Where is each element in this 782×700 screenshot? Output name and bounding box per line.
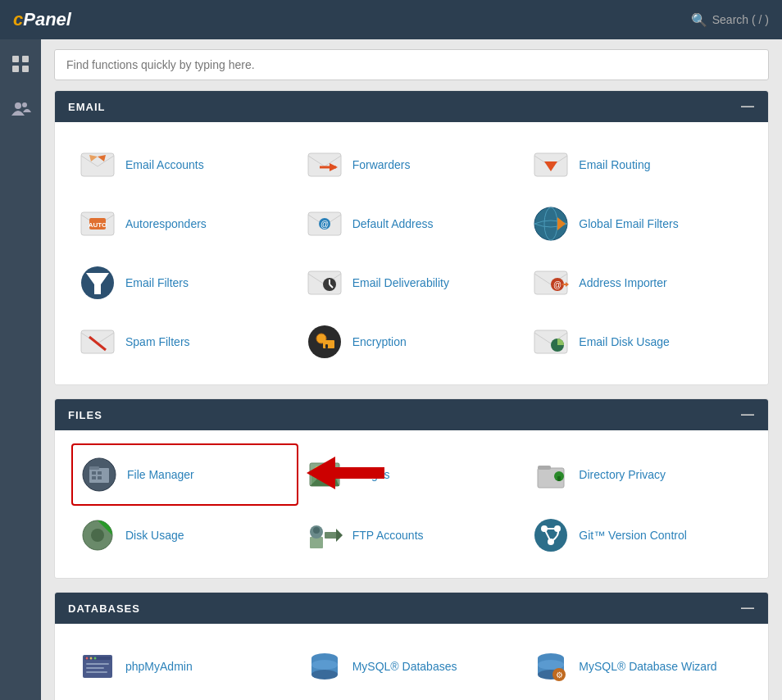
autoresponders-label: Autoresponders [125,217,207,230]
grid-item-email-routing[interactable]: Email Routing [525,135,752,194]
section-email-body: Email Accounts Forwarders [55,122,768,384]
svg-rect-73 [84,657,111,660]
mysql-wizard-label: MySQL® Database Wizard [579,660,716,673]
grid-item-email-disk-usage[interactable]: Email Disk Usage [525,312,752,371]
email-filters-icon [78,263,117,302]
grid-item-mysql-wizard[interactable]: ⚙ MySQL® Database Wizard [525,637,752,696]
svg-text:@: @ [553,280,561,289]
svg-point-83 [311,660,338,670]
svg-rect-45 [89,468,109,483]
svg-point-62 [91,529,104,542]
grid-item-git-version-control[interactable]: Git™ Version Control [525,506,752,565]
grid-item-file-manager[interactable]: File Manager [71,443,298,506]
svg-point-65 [313,527,320,534]
grid-item-encryption[interactable]: Encryption [298,312,525,371]
grid-item-email-deliverability[interactable]: Email Deliverability [298,253,525,312]
directory-privacy-label: Directory Privacy [579,468,666,481]
svg-rect-6 [81,153,114,176]
default-address-icon: @ [305,204,344,243]
encryption-label: Encryption [352,335,407,348]
collapse-files-icon[interactable]: — [741,407,755,422]
grid-item-images[interactable]: Images [298,443,525,506]
grid-item-address-importer[interactable]: @ Address Importer [525,253,752,312]
svg-rect-50 [98,476,102,480]
sidebar [0,39,41,700]
search-label: Search ( / ) [712,13,769,26]
grid-item-default-address[interactable]: @ Default Address [298,194,525,253]
mysql-databases-icon [305,647,344,686]
svg-point-68 [534,519,567,552]
svg-point-5 [22,102,27,107]
section-email-header: EMAIL — [55,91,768,122]
svg-text:@: @ [321,220,329,229]
section-databases-title: DATABASES [68,602,140,615]
app-body: EMAIL — Email Accounts [0,39,782,700]
grid-item-directory-privacy[interactable]: Directory Privacy [525,443,752,506]
svg-rect-79 [86,671,107,673]
grid-item-ftp-accounts[interactable]: FTP Accounts [298,506,525,565]
email-routing-label: Email Routing [579,158,650,171]
svg-point-75 [90,657,93,660]
svg-text:AUTO: AUTO [89,221,107,229]
grid-item-phpmyadmin[interactable]: phpMyAdmin [71,637,298,696]
file-manager-label: File Manager [127,468,194,481]
email-disk-usage-label: Email Disk Usage [579,335,669,348]
ftp-accounts-label: FTP Accounts [352,529,424,542]
collapse-email-icon[interactable]: — [741,99,755,114]
collapse-databases-icon[interactable]: — [741,601,755,616]
svg-rect-77 [86,663,109,665]
directory-privacy-icon [531,455,571,494]
svg-rect-57 [538,466,551,470]
phpmyadmin-icon [78,647,117,686]
section-databases: DATABASES — [54,592,769,700]
grid-item-autoresponders[interactable]: AUTO Autoresponders [71,194,298,253]
address-importer-icon: @ [531,263,571,302]
header-search[interactable]: 🔍 Search ( / ) [691,12,769,28]
grid-item-global-email-filters[interactable]: Global Email Filters [525,194,752,253]
section-email: EMAIL — Email Accounts [54,90,769,385]
grid-item-disk-usage[interactable]: Disk Usage [71,506,298,565]
spam-filters-icon [78,322,117,361]
address-importer-label: Address Importer [579,276,666,289]
svg-point-54 [315,466,321,473]
email-deliverability-icon [305,263,344,302]
svg-rect-78 [86,667,104,669]
sidebar-users-icon[interactable] [6,93,35,123]
phpmyadmin-label: phpMyAdmin [125,660,193,673]
svg-rect-1 [22,56,29,62]
svg-rect-0 [12,56,19,62]
grid-item-email-accounts[interactable]: Email Accounts [71,135,298,194]
svg-rect-3 [22,66,29,72]
svg-text:⚙: ⚙ [556,670,563,680]
main-content: EMAIL — Email Accounts [41,39,782,700]
git-version-control-label: Git™ Version Control [579,529,687,542]
svg-rect-2 [12,66,19,72]
global-email-filters-icon [531,204,571,243]
disk-usage-label: Disk Usage [125,529,184,542]
sidebar-grid-icon[interactable] [6,49,35,79]
images-label: Images [352,468,390,481]
autoresponders-icon: AUTO [78,204,117,243]
git-version-control-icon [531,516,571,555]
grid-item-postgresql-databases[interactable]: PostgreSQL Databases [298,696,525,700]
mysql-wizard-icon: ⚙ [531,647,571,686]
mysql-databases-label: MySQL® Databases [352,660,457,673]
grid-item-forwarders[interactable]: Forwarders [298,135,525,194]
cpanel-logo: cPanel [13,9,71,30]
svg-rect-46 [89,466,99,470]
svg-rect-49 [92,476,96,480]
section-files: FILES — [54,398,769,579]
grid-item-postgresql-wizard[interactable]: ⚙ PostgreSQL Database Wizard [525,696,752,700]
spam-filters-label: Spam Filters [125,335,190,348]
grid-item-spam-filters[interactable]: Spam Filters [71,312,298,371]
email-accounts-label: Email Accounts [125,158,204,171]
forwarders-label: Forwarders [352,158,411,171]
global-email-filters-label: Global Email Filters [579,217,678,230]
grid-item-email-filters[interactable]: Email Filters [71,253,298,312]
grid-item-remote-mysql[interactable]: ↻ Remote MySQL® [71,696,298,700]
file-manager-icon [80,455,119,494]
section-email-title: EMAIL [68,101,105,113]
grid-item-mysql-databases[interactable]: MySQL® Databases [298,637,525,696]
svg-rect-9 [308,153,341,176]
search-input[interactable] [54,49,769,80]
